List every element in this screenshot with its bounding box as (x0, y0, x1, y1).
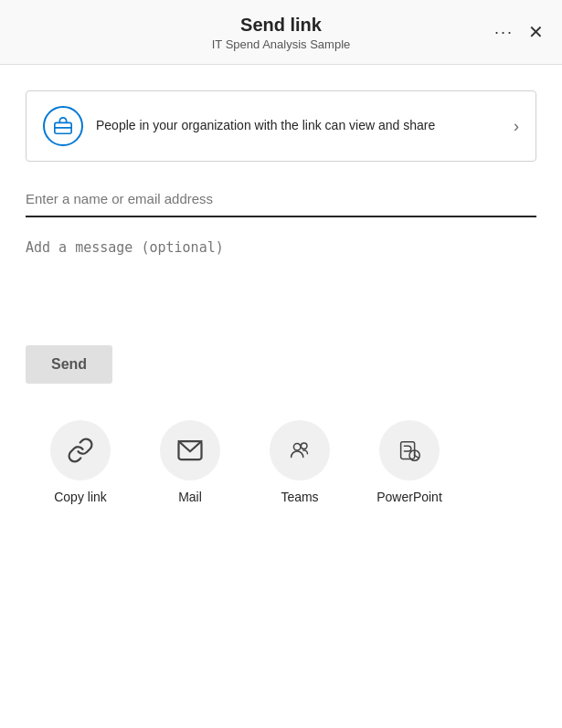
mail-icon (176, 437, 204, 464)
mail-icon-circle (160, 420, 220, 480)
message-input[interactable] (26, 239, 536, 312)
share-option-mail[interactable]: Mail (135, 420, 245, 504)
header-text: Send link IT Spend Analysis Sample (18, 15, 544, 51)
more-options-button[interactable]: ··· (491, 20, 517, 44)
powerpoint-icon (396, 437, 423, 464)
modal-subtitle: IT Spend Analysis Sample (18, 37, 544, 51)
copy-link-label: Copy link (54, 490, 107, 504)
header-actions: ··· ✕ (491, 19, 547, 45)
teams-label: Teams (281, 490, 318, 504)
share-option-powerpoint[interactable]: PowerPoint (355, 420, 464, 504)
copy-link-icon-circle (50, 420, 111, 480)
close-button[interactable]: ✕ (525, 19, 547, 45)
permission-card[interactable]: People in your organization with the lin… (26, 90, 536, 162)
share-option-copy-link[interactable]: Copy link (26, 420, 135, 504)
modal-body: People in your organization with the lin… (0, 65, 562, 530)
briefcase-icon (53, 116, 73, 136)
email-input-section (26, 187, 536, 217)
modal-header: Send link IT Spend Analysis Sample ··· ✕ (0, 0, 562, 65)
send-link-modal: Send link IT Spend Analysis Sample ··· ✕… (0, 0, 562, 728)
powerpoint-label: PowerPoint (376, 490, 442, 504)
share-options: Copy link Mail (26, 420, 536, 504)
share-option-teams[interactable]: Teams (245, 420, 355, 504)
svg-point-4 (293, 444, 301, 451)
email-input[interactable] (26, 187, 536, 210)
svg-point-3 (301, 443, 307, 449)
powerpoint-icon-circle (379, 420, 440, 480)
teams-icon (286, 437, 313, 464)
permission-text: People in your organization with the lin… (96, 117, 504, 135)
mail-label: Mail (178, 490, 202, 504)
teams-icon-circle (270, 420, 330, 480)
modal-title: Send link (18, 15, 544, 36)
message-section (26, 239, 536, 316)
send-button[interactable]: Send (26, 345, 112, 384)
chevron-right-icon: › (514, 117, 519, 136)
copy-link-icon (67, 437, 94, 464)
permission-icon (43, 106, 83, 146)
